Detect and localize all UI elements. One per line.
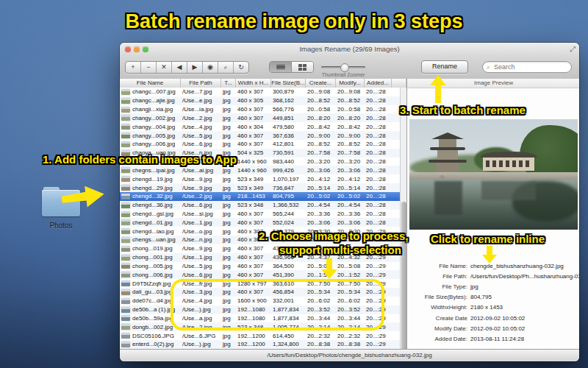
delete-button[interactable]: ✕ [157, 62, 172, 73]
metadata-value: 2012-09-02 10:05:02 [470, 315, 525, 322]
metadata-label: WidthxHeight: [407, 304, 467, 311]
cell-size: 367,636 [271, 132, 306, 139]
zoomer-knob[interactable] [340, 63, 349, 72]
table-row[interactable]: changy...006.jpg/Use...6.jpgjpg460 x 307… [120, 140, 400, 149]
cell-name: de50b...a (1).jpg [131, 306, 181, 313]
column-header-2[interactable]: File Path [181, 79, 221, 88]
cell-added: 20...:29 [365, 297, 392, 304]
table-row[interactable]: dongb...002.jpg/Use...2.jpgjpg523 x 3481… [120, 322, 400, 331]
cell-path: /Use...2.jpg [181, 324, 221, 330]
find-button[interactable]: ⌕ [218, 62, 234, 73]
remove-button[interactable]: − [141, 62, 157, 73]
table-row[interactable]: chengd...36.jpg/Use...6.jpgjpg523 x 3481… [120, 201, 400, 210]
cell-type: jpg [221, 306, 236, 313]
quicklook-button[interactable]: ◉ [203, 62, 218, 73]
grid-view-button[interactable] [291, 62, 313, 72]
cell-create: 20...3:36 [306, 210, 336, 217]
photo-hall-roof [480, 152, 537, 158]
table-row[interactable]: enterd...0(2).jpg/Use...).jpgjpg192...12… [120, 340, 400, 349]
cell-type: jpg [221, 272, 236, 278]
fullscreen-icon[interactable]: ⤢ [570, 45, 576, 54]
cell-name: changy...004.jpg [131, 124, 181, 130]
table-row[interactable]: chengd...19.jpg/Use...9.jpgjpg523 x 3491… [120, 174, 400, 183]
column-header-7[interactable]: Modify... [336, 79, 365, 88]
table-row[interactable]: chengd...01.jpg/Use...1.jpgjpg460 x 3075… [120, 218, 400, 227]
cell-path: /Use...2.jpg [181, 193, 221, 199]
table-row[interactable]: chengd...29.jpg/Use...9.jpgjpg523 x 3497… [120, 183, 400, 192]
search-icon: ⌕ [487, 63, 490, 71]
next-button[interactable]: ▶ [187, 62, 203, 73]
table-row[interactable]: dali_gu...03.jpg/Use...3.jpgjpg460 x 307… [120, 288, 400, 297]
rename-arrow-icon [430, 75, 446, 103]
table-row[interactable]: de50b...59a.jpg/Use...a.jpgjpg192...1080… [120, 314, 400, 323]
cell-modify: 20...3:44 [336, 315, 365, 322]
cell-type: jpg [221, 236, 236, 243]
cell-added: 20...:28 [365, 185, 392, 191]
cell-added: 20...:28 [365, 97, 392, 104]
titlebar[interactable]: Images Rename (29/69 Images) ⤢ [120, 43, 579, 56]
cell-type: jpg [221, 297, 236, 304]
table-row[interactable]: changji...xia.jpg/Use...ia.jpgjpg460 x 3… [120, 105, 400, 114]
cell-added: 20...:29 [365, 272, 392, 278]
refresh-button[interactable]: ↻ [234, 62, 248, 73]
column-header-1[interactable]: File Name [120, 79, 181, 88]
column-header-3[interactable]: T... [221, 79, 236, 88]
cell-create: 20...7:58 [306, 149, 336, 156]
table-row[interactable]: chengd...32.jpg/Use...2.jpgjpg218...1453… [120, 192, 400, 201]
rename-button[interactable]: Rename [421, 60, 468, 74]
file-thumbnail-icon [121, 211, 130, 217]
cell-type: jpg [221, 324, 236, 330]
column-header-9[interactable] [392, 79, 406, 88]
cell-path: /Use...9.jpg [181, 185, 221, 191]
list-view-button[interactable] [270, 62, 291, 72]
column-header-6[interactable]: Create... [306, 79, 336, 88]
table-row[interactable]: D9T5tZzqfr.jpg/Use...fr.jpgjpg1280 x 797… [120, 279, 400, 288]
column-header-4[interactable]: Width x H... [236, 79, 271, 88]
search-field[interactable]: ⌕ [482, 61, 572, 73]
table-row[interactable]: changc...ajie.jpg/Use...e.jpgjpg460 x 30… [120, 96, 400, 105]
cell-dims: 504 x 325 [236, 149, 271, 156]
table-row[interactable]: chengd...gsi.jpg/Use...si.jpgjpg460 x 30… [120, 210, 400, 219]
cell-type: jpg [221, 97, 236, 104]
table-row[interactable]: changy...004.jpg/Use...4.jpgjpg460 x 304… [120, 122, 400, 131]
file-thumbnail-icon [121, 255, 130, 261]
table-row[interactable]: chong...006.jpg/Use...6.jpgjpg460 x 3074… [120, 270, 400, 279]
cell-name: chengd...19.jpg [131, 176, 181, 183]
cell-dims: 460 x 307 [236, 254, 271, 261]
cell-create: 20...2:32 [306, 333, 336, 339]
cell-added: 20...:28 [365, 124, 392, 130]
file-thumbnail-icon [121, 107, 130, 113]
zoomer-label: Thumbnail Zoomer [306, 72, 380, 77]
folder-to-list-arrow-icon [60, 181, 107, 213]
table-row[interactable]: de50b...a (1).jpg/Use...).jpgjpg192...10… [120, 305, 400, 314]
search-input[interactable] [492, 63, 562, 71]
cell-create: 20...8:52 [306, 97, 336, 104]
add-button[interactable]: + [126, 62, 141, 73]
cell-path: /Use...2.jpg [181, 115, 221, 121]
cell-type: jpg [221, 280, 236, 287]
cell-name: chengs...uan.jpg [131, 236, 181, 243]
cell-create: 20...4:12 [306, 176, 336, 183]
table-row[interactable]: chong...005.jpg/Use...5.jpgjpg460 x 3073… [120, 262, 400, 271]
cell-modify: 20...8:38 [336, 341, 365, 347]
table-row[interactable]: dde07c...d4.jpg/Use...4.jpgjpg1600 x 900… [120, 297, 400, 305]
table-row[interactable]: changc...007.jpg/Use...7.jpgjpg460 x 307… [120, 88, 400, 96]
scrollbar-thumb[interactable] [401, 202, 406, 361]
table-row[interactable]: DSC05106.JPG/Use...6.JPGjpg192...1200614… [120, 331, 400, 340]
cell-path: /Use...5.jpg [181, 263, 221, 269]
column-header-8[interactable]: Added... [365, 79, 392, 88]
table-row[interactable]: changy...005.jpg/Use...5.jpgjpg460 x 307… [120, 131, 400, 140]
metadata-row: File Path:/Users/fun/Desktop/Ph...hushan… [407, 271, 579, 281]
multi-selection-arrow-icon [321, 258, 337, 279]
cell-size: 552,024 [271, 219, 306, 226]
cell-added: 20...:28 [365, 106, 392, 113]
table-row[interactable]: changy...002.jpg/Use...2.jpgjpg460 x 307… [120, 113, 400, 122]
cell-size: 451,390 [271, 272, 306, 278]
cell-type: jpg [221, 341, 236, 347]
cell-path: /Use...6.JPG [181, 333, 221, 339]
cell-name: chengd...36.jpg [131, 202, 181, 208]
cell-path: /Use...6.jpg [181, 272, 221, 278]
column-header-5[interactable]: File Size(B... [271, 79, 306, 88]
previous-button[interactable]: ◀ [172, 62, 187, 73]
table-row[interactable]: chegns...ipai.jpg/Use...ai.jpgjpg1440 x … [120, 166, 400, 174]
